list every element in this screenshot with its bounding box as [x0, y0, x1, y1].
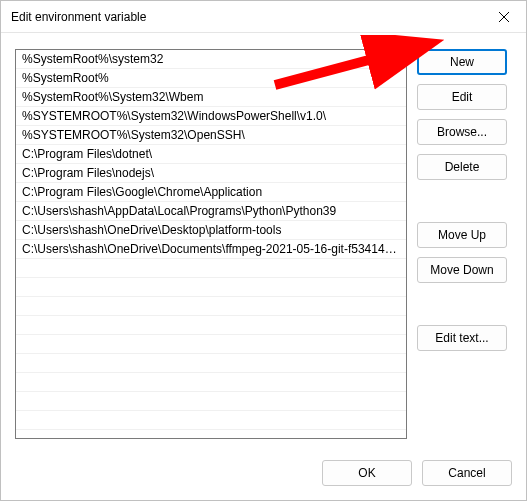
- list-item[interactable]: %SystemRoot%\system32: [16, 50, 406, 69]
- delete-button[interactable]: Delete: [417, 154, 507, 180]
- list-item: [16, 411, 406, 430]
- new-button[interactable]: New: [417, 49, 507, 75]
- list-item[interactable]: C:\Program Files\nodejs\: [16, 164, 406, 183]
- footer: OK Cancel: [1, 450, 526, 500]
- list-item: [16, 297, 406, 316]
- list-item[interactable]: %SYSTEMROOT%\System32\OpenSSH\: [16, 126, 406, 145]
- side-button-column: New Edit Browse... Delete Move Up Move D…: [417, 49, 509, 450]
- list-item: [16, 278, 406, 297]
- list-item[interactable]: C:\Users\shash\AppData\Local\Programs\Py…: [16, 202, 406, 221]
- ok-button[interactable]: OK: [322, 460, 412, 486]
- close-icon: [499, 12, 509, 22]
- cancel-button[interactable]: Cancel: [422, 460, 512, 486]
- edit-env-var-dialog: Edit environment variable %SystemRoot%\s…: [0, 0, 527, 501]
- list-item[interactable]: C:\Users\shash\OneDrive\Documents\ffmpeg…: [16, 240, 406, 259]
- edit-text-button[interactable]: Edit text...: [417, 325, 507, 351]
- list-item: [16, 316, 406, 335]
- list-item[interactable]: C:\Users\shash\OneDrive\Desktop\platform…: [16, 221, 406, 240]
- content-area: %SystemRoot%\system32%SystemRoot%%System…: [1, 33, 526, 450]
- list-item[interactable]: %SystemRoot%: [16, 69, 406, 88]
- list-item: [16, 354, 406, 373]
- list-item[interactable]: %SystemRoot%\System32\Wbem: [16, 88, 406, 107]
- close-button[interactable]: [481, 1, 526, 32]
- move-up-button[interactable]: Move Up: [417, 222, 507, 248]
- list-item: [16, 259, 406, 278]
- path-listbox[interactable]: %SystemRoot%\system32%SystemRoot%%System…: [15, 49, 407, 439]
- move-down-button[interactable]: Move Down: [417, 257, 507, 283]
- dialog-title: Edit environment variable: [11, 10, 481, 24]
- edit-button[interactable]: Edit: [417, 84, 507, 110]
- list-item: [16, 373, 406, 392]
- list-item[interactable]: C:\Program Files\Google\Chrome\Applicati…: [16, 183, 406, 202]
- list-item[interactable]: %SYSTEMROOT%\System32\WindowsPowerShell\…: [16, 107, 406, 126]
- browse-button[interactable]: Browse...: [417, 119, 507, 145]
- titlebar: Edit environment variable: [1, 1, 526, 33]
- list-item: [16, 392, 406, 411]
- list-item[interactable]: C:\Program Files\dotnet\: [16, 145, 406, 164]
- list-item: [16, 335, 406, 354]
